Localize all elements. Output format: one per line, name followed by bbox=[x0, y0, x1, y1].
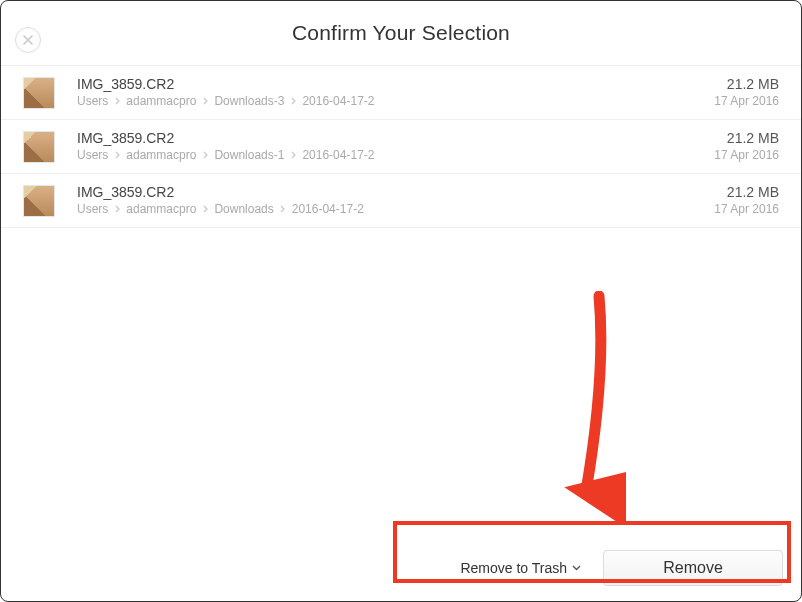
file-right: 21.2 MB 17 Apr 2016 bbox=[714, 184, 779, 217]
breadcrumb-segment: Downloads-3 bbox=[214, 93, 284, 109]
file-right: 21.2 MB 17 Apr 2016 bbox=[714, 130, 779, 163]
file-date: 17 Apr 2016 bbox=[714, 93, 779, 109]
list-item[interactable]: IMG_3859.CR2 Users adammacpro Downloads … bbox=[1, 174, 801, 228]
breadcrumb-segment: 2016-04-17-2 bbox=[302, 93, 374, 109]
dialog-header: Confirm Your Selection bbox=[1, 1, 801, 66]
chevron-right-icon bbox=[280, 206, 286, 212]
file-right: 21.2 MB 17 Apr 2016 bbox=[714, 76, 779, 109]
close-icon bbox=[22, 34, 34, 46]
thumbnail-icon bbox=[23, 185, 55, 217]
remove-mode-label: Remove to Trash bbox=[460, 560, 567, 576]
breadcrumb-segment: Users bbox=[77, 147, 108, 163]
chevron-right-icon bbox=[114, 152, 120, 158]
file-size: 21.2 MB bbox=[714, 184, 779, 201]
dialog-window: Confirm Your Selection IMG_3859.CR2 User… bbox=[0, 0, 802, 602]
file-meta: IMG_3859.CR2 Users adammacpro Downloads-… bbox=[77, 76, 714, 109]
breadcrumb-segment: Users bbox=[77, 93, 108, 109]
file-name: IMG_3859.CR2 bbox=[77, 184, 714, 201]
thumbnail-icon bbox=[23, 131, 55, 163]
chevron-right-icon bbox=[202, 152, 208, 158]
breadcrumb: Users adammacpro Downloads-3 2016-04-17-… bbox=[77, 93, 714, 109]
file-meta: IMG_3859.CR2 Users adammacpro Downloads-… bbox=[77, 130, 714, 163]
dialog-footer: Remove to Trash Remove bbox=[1, 535, 801, 601]
breadcrumb-segment: Users bbox=[77, 201, 108, 217]
chevron-down-icon bbox=[572, 565, 581, 571]
chevron-right-icon bbox=[114, 98, 120, 104]
breadcrumb-segment: adammacpro bbox=[126, 201, 196, 217]
close-button[interactable] bbox=[15, 27, 41, 53]
file-size: 21.2 MB bbox=[714, 76, 779, 93]
chevron-right-icon bbox=[114, 206, 120, 212]
chevron-right-icon bbox=[290, 152, 296, 158]
breadcrumb: Users adammacpro Downloads 2016-04-17-2 bbox=[77, 201, 714, 217]
file-date: 17 Apr 2016 bbox=[714, 201, 779, 217]
file-size: 21.2 MB bbox=[714, 130, 779, 147]
breadcrumb-segment: 2016-04-17-2 bbox=[292, 201, 364, 217]
list-item[interactable]: IMG_3859.CR2 Users adammacpro Downloads-… bbox=[1, 120, 801, 174]
breadcrumb-segment: adammacpro bbox=[126, 93, 196, 109]
breadcrumb-segment: Downloads-1 bbox=[214, 147, 284, 163]
action-group: Remove to Trash Remove bbox=[460, 550, 783, 586]
breadcrumb: Users adammacpro Downloads-1 2016-04-17-… bbox=[77, 147, 714, 163]
file-name: IMG_3859.CR2 bbox=[77, 130, 714, 147]
chevron-right-icon bbox=[290, 98, 296, 104]
breadcrumb-segment: adammacpro bbox=[126, 147, 196, 163]
file-list: IMG_3859.CR2 Users adammacpro Downloads-… bbox=[1, 66, 801, 535]
file-meta: IMG_3859.CR2 Users adammacpro Downloads … bbox=[77, 184, 714, 217]
thumbnail-icon bbox=[23, 77, 55, 109]
dialog-title: Confirm Your Selection bbox=[292, 21, 510, 45]
list-item[interactable]: IMG_3859.CR2 Users adammacpro Downloads-… bbox=[1, 66, 801, 120]
remove-button[interactable]: Remove bbox=[603, 550, 783, 586]
file-date: 17 Apr 2016 bbox=[714, 147, 779, 163]
chevron-right-icon bbox=[202, 98, 208, 104]
chevron-right-icon bbox=[202, 206, 208, 212]
breadcrumb-segment: Downloads bbox=[214, 201, 273, 217]
remove-mode-dropdown[interactable]: Remove to Trash bbox=[460, 560, 581, 576]
breadcrumb-segment: 2016-04-17-2 bbox=[302, 147, 374, 163]
file-name: IMG_3859.CR2 bbox=[77, 76, 714, 93]
